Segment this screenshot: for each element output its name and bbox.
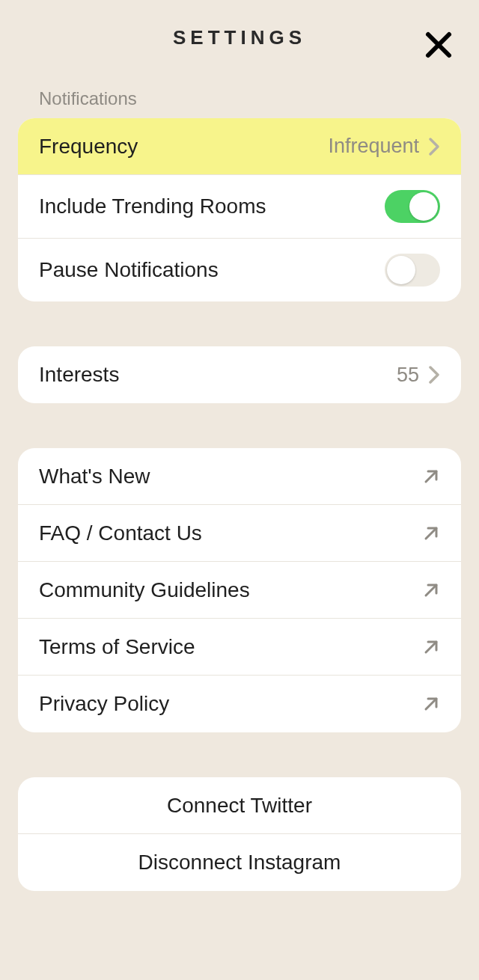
community-label: Community Guidelines bbox=[39, 578, 250, 602]
disconnect-instagram-label: Disconnect Instagram bbox=[138, 851, 341, 875]
pause-toggle[interactable] bbox=[385, 254, 440, 287]
row-community[interactable]: Community Guidelines bbox=[18, 562, 461, 619]
trending-label: Include Trending Rooms bbox=[39, 195, 266, 218]
row-frequency[interactable]: Frequency Infrequent bbox=[18, 118, 461, 175]
interests-card: Interests 55 bbox=[18, 346, 461, 403]
chevron-right-icon bbox=[428, 137, 440, 156]
row-faq[interactable]: FAQ / Contact Us bbox=[18, 505, 461, 562]
row-pause: Pause Notifications bbox=[18, 239, 461, 301]
svg-line-4 bbox=[426, 585, 436, 595]
external-link-icon bbox=[422, 581, 440, 599]
header: SETTINGS bbox=[0, 0, 479, 75]
close-icon bbox=[424, 30, 454, 60]
row-connect-twitter[interactable]: Connect Twitter bbox=[18, 777, 461, 834]
chevron-right-icon bbox=[428, 365, 440, 385]
row-interests[interactable]: Interests 55 bbox=[18, 346, 461, 403]
notifications-card: Frequency Infrequent Include Trending Ro… bbox=[18, 118, 461, 301]
pause-label: Pause Notifications bbox=[39, 258, 219, 282]
svg-line-2 bbox=[426, 471, 436, 482]
row-privacy[interactable]: Privacy Policy bbox=[18, 676, 461, 732]
row-tos[interactable]: Terms of Service bbox=[18, 619, 461, 676]
external-link-icon bbox=[422, 524, 440, 542]
external-link-icon bbox=[422, 695, 440, 713]
frequency-value: Infrequent bbox=[328, 135, 419, 158]
connect-twitter-label: Connect Twitter bbox=[167, 794, 312, 818]
page-title: SETTINGS bbox=[173, 26, 306, 49]
interests-label: Interests bbox=[39, 363, 119, 387]
external-link-icon bbox=[422, 468, 440, 486]
section-label-notifications: Notifications bbox=[0, 75, 479, 118]
faq-label: FAQ / Contact Us bbox=[39, 521, 202, 545]
social-card: Connect Twitter Disconnect Instagram bbox=[18, 777, 461, 891]
close-button[interactable] bbox=[424, 30, 454, 60]
frequency-label: Frequency bbox=[39, 135, 138, 159]
svg-line-6 bbox=[426, 699, 436, 709]
row-whats-new[interactable]: What's New bbox=[18, 448, 461, 505]
tos-label: Terms of Service bbox=[39, 635, 195, 659]
links-card: What's New FAQ / Contact Us Community Gu… bbox=[18, 448, 461, 732]
row-disconnect-instagram[interactable]: Disconnect Instagram bbox=[18, 834, 461, 891]
whats-new-label: What's New bbox=[39, 465, 150, 489]
trending-toggle[interactable] bbox=[385, 190, 440, 223]
interests-count: 55 bbox=[397, 364, 419, 387]
svg-line-3 bbox=[426, 528, 436, 539]
row-trending: Include Trending Rooms bbox=[18, 175, 461, 239]
privacy-label: Privacy Policy bbox=[39, 692, 169, 716]
svg-line-5 bbox=[426, 642, 436, 652]
external-link-icon bbox=[422, 638, 440, 656]
